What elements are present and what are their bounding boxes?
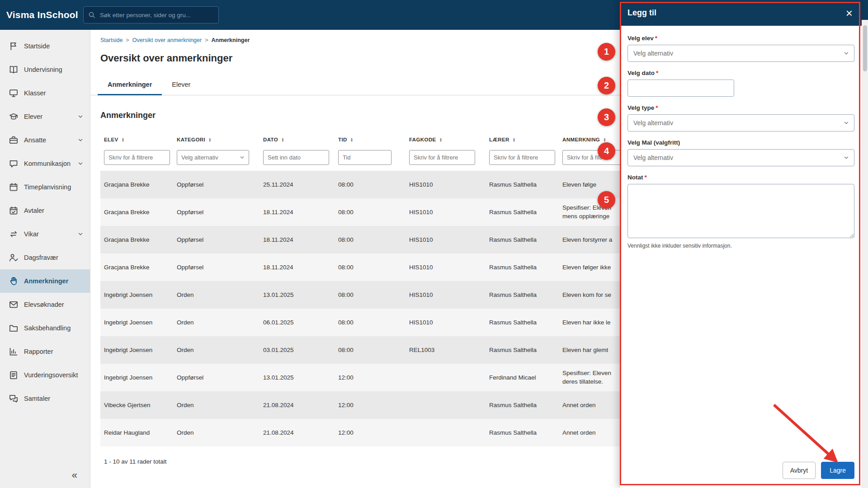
cell-tid: 08:00 bbox=[338, 291, 409, 298]
cell-elev: Ingebrigt Joensen bbox=[100, 347, 177, 353]
sidebar-item-dagsfravaer[interactable]: Dagsfravær bbox=[0, 246, 90, 269]
velg-dato-label: Velg dato* bbox=[627, 70, 854, 76]
breadcrumb-separator: > bbox=[205, 37, 208, 43]
cell-laerer: Rasmus Salthella bbox=[489, 181, 562, 188]
cell-laerer: Rasmus Salthella bbox=[489, 264, 562, 271]
chevron-down-icon bbox=[77, 160, 84, 167]
chevron-down-icon bbox=[77, 113, 84, 120]
sidebar-item-samtaler[interactable]: Samtaler bbox=[0, 387, 90, 410]
column-header-laerer[interactable]: LÆRER▲▼ bbox=[489, 137, 562, 142]
tab-anmerkninger[interactable]: Anmerkninger bbox=[98, 75, 162, 95]
add-anmerkning-drawer: Legg til × Velg elev* Velg alternativ Ve… bbox=[620, 0, 862, 488]
sidebar-item-rapporter[interactable]: Rapporter bbox=[0, 340, 90, 363]
filter-select-kategori[interactable]: Velg alternativ bbox=[177, 150, 249, 165]
cell-kategori: Orden bbox=[177, 429, 263, 436]
chevron-down-icon bbox=[239, 155, 245, 160]
sidebar-item-label: Klasser bbox=[24, 89, 46, 97]
filter-input-fagkode[interactable] bbox=[409, 150, 475, 165]
global-search[interactable] bbox=[83, 6, 219, 23]
tab-elever[interactable]: Elever bbox=[162, 75, 200, 95]
required-marker: * bbox=[645, 174, 647, 181]
sidebar-item-elevsoknader[interactable]: Elevsøknader bbox=[0, 293, 90, 316]
sidebar-item-elever[interactable]: Elever bbox=[0, 105, 90, 128]
breadcrumb-item[interactable]: Oversikt over anmerkninger bbox=[132, 37, 202, 43]
sidebar-collapse-button[interactable]: « bbox=[69, 470, 80, 481]
sidebar-item-kommunikasjon[interactable]: Kommunikasjon bbox=[0, 152, 90, 175]
cell-fagkode: REL1003 bbox=[409, 347, 489, 353]
page: Visma InSchool StartsideUndervisningKlas… bbox=[0, 0, 868, 488]
search-input[interactable] bbox=[99, 11, 214, 19]
column-header-fagkode[interactable]: FAGKODE▲▼ bbox=[409, 137, 489, 142]
sidebar-item-undervisning[interactable]: Undervisning bbox=[0, 58, 90, 81]
sort-icon[interactable]: ▲▼ bbox=[122, 137, 125, 142]
scrollbar-thumb[interactable] bbox=[863, 25, 867, 71]
hand-icon bbox=[9, 277, 18, 286]
cell-elev: Reidar Haugland bbox=[100, 429, 177, 436]
sidebar-item-label: Samtaler bbox=[24, 395, 50, 402]
sort-icon[interactable]: ▲▼ bbox=[439, 137, 443, 142]
close-icon[interactable]: × bbox=[844, 6, 854, 20]
field-velg-type: Velg type* Velg alternativ bbox=[627, 104, 854, 131]
breadcrumb-item[interactable]: Startside bbox=[100, 37, 123, 43]
cell-dato: 13.01.2025 bbox=[263, 374, 338, 381]
filter-input-anmerkning[interactable] bbox=[562, 150, 628, 165]
cell-elev: Ingebrigt Joensen bbox=[100, 374, 177, 381]
cell-tid: 08:00 bbox=[338, 236, 409, 243]
sort-icon[interactable]: ▲▼ bbox=[603, 137, 606, 142]
sidebar-item-saksbehandling[interactable]: Saksbehandling bbox=[0, 316, 90, 340]
velg-mal-select[interactable]: Velg alternativ bbox=[627, 149, 854, 166]
drawer-title: Legg til bbox=[627, 8, 656, 18]
drawer-scrollbar[interactable] bbox=[862, 20, 868, 488]
sort-icon[interactable]: ▲▼ bbox=[513, 137, 516, 142]
cell-kategori: Oppførsel bbox=[177, 374, 263, 381]
cell-kategori: Oppførsel bbox=[177, 236, 263, 243]
clipboard-icon bbox=[9, 371, 18, 380]
annotation-badge-4: 4 bbox=[598, 142, 615, 160]
sidebar-item-anmerkninger[interactable]: Anmerkninger bbox=[0, 269, 90, 293]
sidebar-item-label: Elevsøknader bbox=[24, 301, 64, 308]
cell-laerer: Rasmus Salthella bbox=[489, 236, 562, 243]
cell-kategori: Oppførsel bbox=[177, 181, 263, 188]
cell-kategori: Orden bbox=[177, 291, 263, 298]
sidebar-item-klasser[interactable]: Klasser bbox=[0, 81, 90, 105]
column-label: FAGKODE bbox=[409, 137, 436, 142]
sidebar-item-label: Saksbehandling bbox=[24, 324, 71, 332]
sidebar-item-timeplanvisning[interactable]: Timeplanvisning bbox=[0, 175, 90, 199]
save-button[interactable]: Lagre bbox=[821, 462, 854, 479]
column-header-kategori[interactable]: KATEGORI▲▼ bbox=[177, 137, 263, 142]
sidebar-item-vurderingsoversikt[interactable]: Vurderingsoversikt bbox=[0, 363, 90, 387]
velg-type-select[interactable]: Velg alternativ bbox=[627, 114, 854, 131]
sidebar-item-label: Avtaler bbox=[24, 207, 44, 214]
cell-tid: 12:00 bbox=[338, 402, 409, 408]
column-header-dato[interactable]: DATO▲▼ bbox=[263, 137, 338, 142]
filter-input-elev[interactable] bbox=[104, 150, 170, 165]
sidebar-item-avtaler[interactable]: Avtaler bbox=[0, 199, 90, 222]
filter-input-tid[interactable] bbox=[338, 150, 392, 165]
velg-elev-select[interactable]: Velg alternativ bbox=[627, 45, 854, 62]
sidebar-item-vikar[interactable]: Vikar bbox=[0, 222, 90, 246]
sidebar-item-label: Vikar bbox=[24, 230, 39, 238]
filter-input-dato[interactable] bbox=[263, 150, 329, 165]
velg-type-label: Velg type* bbox=[627, 104, 854, 111]
cell-dato: 18.11.2024 bbox=[263, 209, 338, 216]
filter-input-laerer[interactable] bbox=[489, 150, 555, 165]
cancel-button[interactable]: Avbryt bbox=[783, 462, 816, 479]
column-header-elev[interactable]: ELEV▲▼ bbox=[100, 137, 177, 142]
sidebar-item-ansatte[interactable]: Ansatte bbox=[0, 128, 90, 152]
column-header-tid[interactable]: TID▲▼ bbox=[338, 137, 409, 142]
cell-elev: Gracjana Brekke bbox=[100, 181, 177, 188]
filter-cell-elev bbox=[100, 150, 177, 165]
cell-dato: 21.08.2024 bbox=[263, 429, 338, 436]
velg-dato-input[interactable] bbox=[627, 80, 734, 97]
notat-textarea[interactable] bbox=[627, 184, 854, 238]
sidebar-item-label: Elever bbox=[24, 113, 42, 120]
sort-icon[interactable]: ▲▼ bbox=[208, 137, 212, 142]
cell-elev: Ingebrigt Joensen bbox=[100, 319, 177, 326]
sidebar-item-startside[interactable]: Startside bbox=[0, 34, 90, 58]
cell-elev: Gracjana Brekke bbox=[100, 264, 177, 271]
required-marker: * bbox=[656, 70, 658, 76]
sort-icon[interactable]: ▲▼ bbox=[350, 137, 354, 142]
column-label: DATO bbox=[263, 137, 278, 142]
sort-icon[interactable]: ▲▼ bbox=[281, 137, 284, 142]
filter-cell-kategori: Velg alternativ bbox=[177, 150, 263, 165]
